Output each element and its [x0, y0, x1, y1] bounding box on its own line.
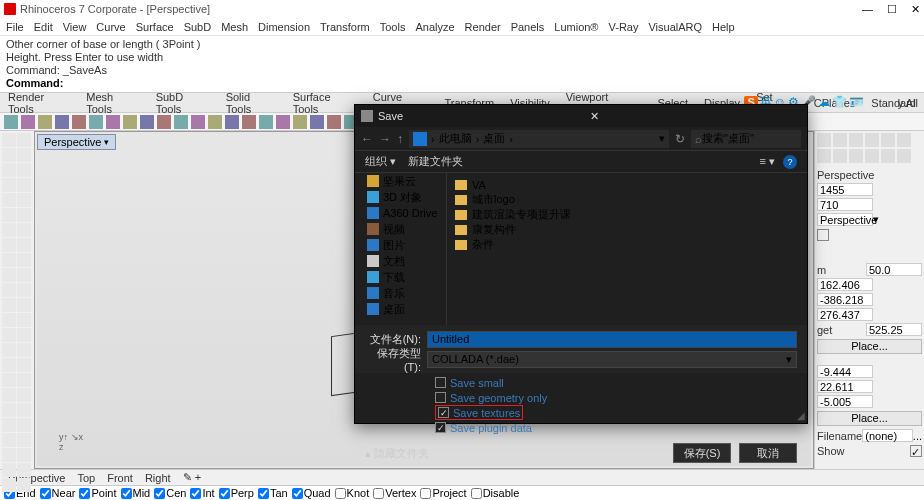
tool-icon[interactable] — [17, 223, 31, 237]
menu-mesh[interactable]: Mesh — [221, 21, 248, 33]
menu-surface[interactable]: Surface — [136, 21, 174, 33]
toolbar-icon[interactable] — [276, 115, 290, 129]
osnap-disable[interactable]: Disable — [471, 487, 520, 499]
file-list[interactable]: VA城市logo建筑渲染专项提升课康复构件杂件 — [447, 173, 807, 325]
search-input[interactable]: ⌕ 搜索"桌面" — [691, 130, 801, 148]
tool-icon[interactable] — [17, 478, 31, 492]
tool-icon[interactable] — [17, 433, 31, 447]
maximize-button[interactable]: ☐ — [887, 3, 897, 16]
save-option[interactable]: Save plugin data — [435, 420, 797, 435]
tree-node[interactable]: 文档 — [355, 253, 446, 269]
tool-icon[interactable] — [2, 223, 16, 237]
tool-icon[interactable] — [17, 163, 31, 177]
tree-node[interactable]: 视频 — [355, 221, 446, 237]
viewtab-front[interactable]: Front — [107, 472, 133, 484]
toolbar-icon[interactable] — [106, 115, 120, 129]
tool-icon[interactable] — [2, 463, 16, 477]
tool-icon[interactable] — [17, 238, 31, 252]
menu-analyze[interactable]: Analyze — [415, 21, 454, 33]
panel-tab-icon[interactable] — [849, 133, 863, 147]
tree-node[interactable]: 桌面 — [355, 301, 446, 317]
tool-icon[interactable] — [2, 373, 16, 387]
organize-button[interactable]: 组织 ▾ — [365, 154, 396, 169]
tool-icon[interactable] — [17, 403, 31, 417]
tool-icon[interactable] — [17, 133, 31, 147]
viewport-title[interactable]: Perspective ▾ — [37, 134, 116, 150]
tree-node[interactable]: 3D 对象 — [355, 189, 446, 205]
prop-r1[interactable]: -9.444 — [817, 365, 873, 378]
toolbar-icon[interactable] — [4, 115, 18, 129]
prop-projection[interactable]: Perspective — [817, 213, 873, 226]
tool-icon[interactable] — [17, 463, 31, 477]
panel-tab-icon[interactable] — [881, 133, 895, 147]
toolbar-icon[interactable] — [72, 115, 86, 129]
prop-filename[interactable]: (none) — [862, 429, 913, 442]
toolbar-icon[interactable] — [293, 115, 307, 129]
tool-icon[interactable] — [2, 268, 16, 282]
osnap-vertex[interactable]: Vertex — [373, 487, 416, 499]
panel-tab-icon[interactable] — [833, 149, 847, 163]
filename-input[interactable]: Untitled — [427, 331, 797, 348]
tool-icon[interactable] — [2, 418, 16, 432]
prop-val-1[interactable]: 1455 — [817, 183, 873, 196]
tool-icon[interactable] — [2, 178, 16, 192]
tool-icon[interactable] — [2, 328, 16, 342]
dialog-close-button[interactable]: ✕ — [590, 110, 802, 123]
tree-node[interactable]: 音乐 — [355, 285, 446, 301]
minimize-button[interactable]: — — [862, 3, 873, 16]
toolbar-icon[interactable] — [191, 115, 205, 129]
save-option[interactable]: Save small — [435, 375, 797, 390]
tool-icon[interactable] — [2, 253, 16, 267]
chevron-down-icon[interactable]: ▾ — [104, 137, 109, 147]
toolbar-icon[interactable] — [89, 115, 103, 129]
tool-icon[interactable] — [2, 403, 16, 417]
menu-panels[interactable]: Panels — [511, 21, 545, 33]
panel-tab-icon[interactable] — [897, 133, 911, 147]
tab-mesh-tools[interactable]: Mesh Tools — [86, 91, 139, 115]
left-toolbar[interactable] — [0, 131, 34, 469]
osnap-quad[interactable]: Quad — [292, 487, 331, 499]
menu-visualarq[interactable]: VisualARQ — [648, 21, 702, 33]
nav-refresh[interactable]: ↻ — [675, 132, 685, 146]
prop-get[interactable]: 525.25 — [866, 323, 922, 336]
tool-icon[interactable] — [17, 193, 31, 207]
prop-checkbox[interactable] — [817, 229, 829, 241]
tool-icon[interactable] — [17, 313, 31, 327]
osnap-project[interactable]: Project — [420, 487, 466, 499]
folder-tree[interactable]: 坚果云3D 对象A360 Drive视频图片文档下载音乐桌面 — [355, 173, 447, 325]
panel-tab-icon[interactable] — [817, 133, 831, 147]
osnap-tan[interactable]: Tan — [258, 487, 288, 499]
menu-edit[interactable]: Edit — [34, 21, 53, 33]
menu-dimension[interactable]: Dimension — [258, 21, 310, 33]
menu-help[interactable]: Help — [712, 21, 735, 33]
panel-tab-icon[interactable] — [817, 149, 831, 163]
menu-transform[interactable]: Transform — [320, 21, 370, 33]
folder-item[interactable]: 建筑渲染专项提升课 — [455, 207, 799, 222]
menu-render[interactable]: Render — [465, 21, 501, 33]
tab-surface-tools[interactable]: Surface Tools — [293, 91, 357, 115]
osnap-knot[interactable]: Knot — [335, 487, 370, 499]
tree-node[interactable]: A360 Drive — [355, 205, 446, 221]
menu-curve[interactable]: Curve — [96, 21, 125, 33]
tool-icon[interactable] — [17, 253, 31, 267]
resize-grip[interactable]: ◢ — [797, 410, 805, 421]
prop-r2[interactable]: 22.611 — [817, 380, 873, 393]
osnap-perp[interactable]: Perp — [219, 487, 254, 499]
nav-forward[interactable]: → — [379, 132, 391, 146]
tool-icon[interactable] — [2, 163, 16, 177]
toolbar-icon[interactable] — [123, 115, 137, 129]
tab-subd-tools[interactable]: SubD Tools — [156, 91, 210, 115]
tool-icon[interactable] — [2, 448, 16, 462]
toolbar-icon[interactable] — [21, 115, 35, 129]
tool-icon[interactable] — [2, 298, 16, 312]
tool-icon[interactable] — [2, 208, 16, 222]
place-button-1[interactable]: Place... — [817, 339, 922, 354]
nav-back[interactable]: ← — [361, 132, 373, 146]
tool-icon[interactable] — [17, 343, 31, 357]
menu-v-ray[interactable]: V-Ray — [608, 21, 638, 33]
nav-up[interactable]: ↑ — [397, 132, 403, 146]
save-button[interactable]: 保存(S) — [673, 443, 731, 463]
filetype-select[interactable]: COLLADA (*.dae)▾ — [427, 351, 797, 368]
toolbar-icon[interactable] — [242, 115, 256, 129]
folder-item[interactable]: 城市logo — [455, 192, 799, 207]
